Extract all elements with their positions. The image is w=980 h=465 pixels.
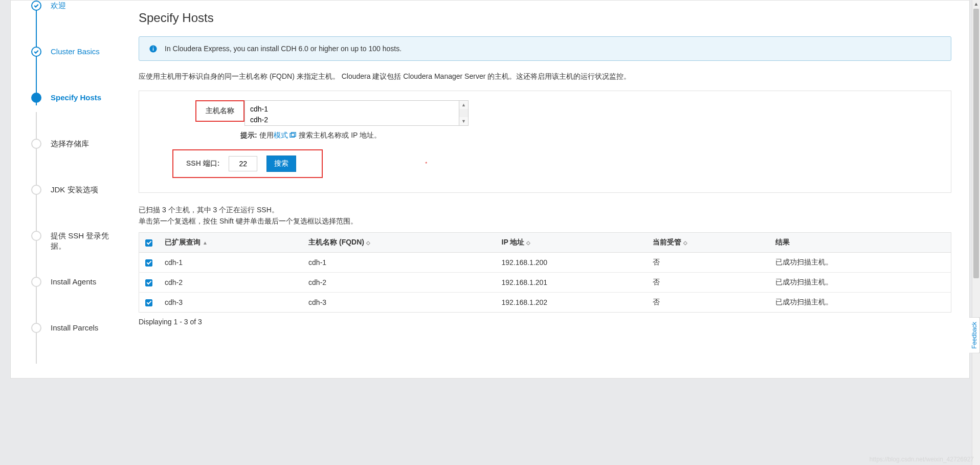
- row-checkbox[interactable]: [145, 259, 152, 267]
- cell-fqdn: cdh-1: [302, 252, 495, 272]
- info-banner: In Cloudera Express, you can install CDH…: [139, 36, 951, 61]
- col-fqdn[interactable]: 主机名称 (FQDN) ◇: [302, 232, 495, 252]
- scan-summary: 已扫描 3 个主机，其中 3 个正在运行 SSH。 单击第一个复选框，按住 Sh…: [139, 204, 951, 227]
- textarea-scroll[interactable]: ▲ ▼: [459, 101, 469, 125]
- cell-managed: 否: [647, 292, 769, 312]
- step-label: Cluster Basics: [51, 47, 100, 57]
- ssh-highlight-box: SSH 端口: 搜索: [172, 149, 323, 178]
- hostname-highlight-box: 主机名称: [195, 100, 244, 122]
- wizard-card: 欢迎 Cluster Basics Specify Hosts 选择存储库 JD…: [10, 0, 970, 379]
- description-text: 应使用主机用于标识自身的同一主机名称 (FQDN) 来指定主机。 Clouder…: [139, 72, 951, 81]
- table-row: cdh-3 cdh-3 192.168.1.202 否 已成功扫描主机。: [139, 292, 951, 312]
- display-count: Displaying 1 - 3 of 3: [139, 318, 951, 326]
- col-managed[interactable]: 当前受管 ◇: [647, 232, 769, 252]
- cell-ip: 192.168.1.201: [496, 272, 647, 292]
- step-pending-icon: [31, 277, 41, 287]
- hint-text: 提示: 使用模式 搜索主机名称或 IP 地址。: [240, 131, 930, 140]
- step-label: Install Agents: [51, 277, 96, 287]
- row-checkbox[interactable]: [145, 299, 152, 306]
- feedback-tab[interactable]: Feedback: [969, 317, 980, 353]
- sort-icon: ◇: [366, 240, 370, 246]
- cell-expanded: cdh-2: [159, 272, 302, 292]
- wizard-step-install-agents[interactable]: Install Agents: [31, 277, 118, 323]
- cell-managed: 否: [647, 272, 769, 292]
- svg-rect-2: [152, 47, 153, 47]
- scroll-up-icon[interactable]: ▲: [459, 101, 468, 109]
- cell-fqdn: cdh-3: [302, 292, 495, 312]
- select-all-checkbox[interactable]: [145, 239, 152, 247]
- wizard-step-ssh-creds[interactable]: 提供 SSH 登录凭据。: [31, 231, 118, 277]
- sort-asc-icon: ▲: [203, 240, 208, 246]
- wizard-step-specify-hosts[interactable]: Specify Hosts: [31, 93, 118, 139]
- table-header-row: 已扩展查询 ▲ 主机名称 (FQDN) ◇ IP 地址 ◇ 当前受管 ◇ 结果: [139, 232, 951, 252]
- cell-ip: 192.168.1.200: [496, 252, 647, 272]
- required-star-icon: *: [425, 161, 427, 167]
- svg-rect-1: [152, 48, 153, 51]
- page-title: Specify Hosts: [139, 11, 951, 25]
- step-pending-icon: [31, 323, 41, 333]
- step-label: 提供 SSH 登录凭据。: [51, 231, 118, 251]
- hostname-label: 主机名称: [196, 101, 243, 121]
- step-active-icon: [31, 93, 41, 103]
- hostname-textarea-wrap: ▲ ▼: [244, 100, 469, 126]
- scroll-down-icon[interactable]: ▼: [459, 117, 468, 125]
- sort-icon: ◇: [526, 240, 530, 246]
- step-label: Install Parcels: [51, 323, 98, 333]
- search-button[interactable]: 搜索: [266, 156, 296, 172]
- col-ip[interactable]: IP 地址 ◇: [496, 232, 647, 252]
- scroll-up-icon[interactable]: ▲: [972, 0, 980, 8]
- cell-result: 已成功扫描主机。: [769, 292, 951, 312]
- wizard-sidebar: 欢迎 Cluster Basics Specify Hosts 选择存储库 JD…: [11, 1, 128, 378]
- cell-expanded: cdh-1: [159, 252, 302, 272]
- wizard-step-install-parcels[interactable]: Install Parcels: [31, 323, 118, 343]
- info-text: In Cloudera Express, you can install CDH…: [165, 45, 402, 53]
- step-label: JDK 安装选项: [51, 185, 98, 195]
- wizard-step-cluster-basics[interactable]: Cluster Basics: [31, 47, 118, 93]
- cell-ip: 192.168.1.202: [496, 292, 647, 312]
- wizard-step-welcome[interactable]: 欢迎: [31, 1, 118, 47]
- ssh-port-input[interactable]: [229, 156, 257, 171]
- table-row: cdh-1 cdh-1 192.168.1.200 否 已成功扫描主机。: [139, 252, 951, 272]
- info-icon: [148, 44, 158, 53]
- wizard-step-jdk[interactable]: JDK 安装选项: [31, 185, 118, 231]
- col-expanded[interactable]: 已扩展查询 ▲: [159, 232, 302, 252]
- sort-icon: ◇: [683, 240, 687, 246]
- new-window-icon: [289, 132, 297, 138]
- cell-fqdn: cdh-2: [302, 272, 495, 292]
- wizard-step-repo[interactable]: 选择存储库: [31, 139, 118, 185]
- page-wrapper: 欢迎 Cluster Basics Specify Hosts 选择存储库 JD…: [0, 0, 980, 379]
- cell-result: 已成功扫描主机。: [769, 272, 951, 292]
- step-pending-icon: [31, 231, 41, 241]
- col-result: 结果: [769, 232, 951, 252]
- host-form-panel: 主机名称 ▲ ▼ 提示: 使用模式 搜索主机名称或 IP 地址。: [139, 91, 951, 193]
- cell-managed: 否: [647, 252, 769, 272]
- hostname-input[interactable]: [244, 101, 459, 125]
- table-row: cdh-2 cdh-2 192.168.1.201 否 已成功扫描主机。: [139, 272, 951, 292]
- scroll-thumb[interactable]: [973, 9, 979, 278]
- step-done-icon: [31, 47, 41, 57]
- step-label: 欢迎: [51, 1, 66, 11]
- select-all-header[interactable]: [139, 232, 159, 252]
- cell-expanded: cdh-3: [159, 292, 302, 312]
- cell-result: 已成功扫描主机。: [769, 252, 951, 272]
- hosts-table: 已扩展查询 ▲ 主机名称 (FQDN) ◇ IP 地址 ◇ 当前受管 ◇ 结果 …: [139, 232, 951, 313]
- step-label: 选择存储库: [51, 139, 89, 149]
- main-content: Specify Hosts In Cloudera Express, you c…: [128, 1, 969, 378]
- ssh-port-label: SSH 端口:: [186, 159, 219, 168]
- row-checkbox[interactable]: [145, 279, 152, 286]
- step-pending-icon: [31, 185, 41, 195]
- pattern-link[interactable]: 模式: [274, 131, 288, 139]
- step-done-icon: [31, 1, 41, 11]
- step-pending-icon: [31, 139, 41, 149]
- step-label: Specify Hosts: [51, 93, 101, 103]
